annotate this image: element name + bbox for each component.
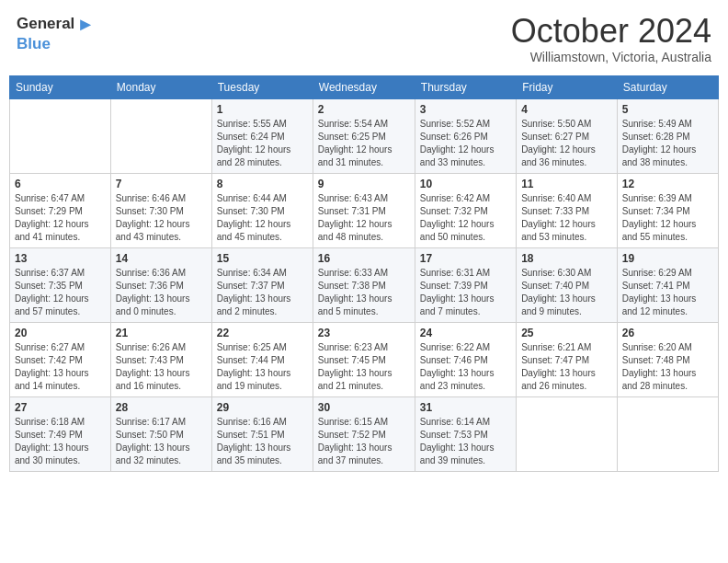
calendar-cell bbox=[110, 98, 211, 173]
calendar-cell: 28Sunrise: 6:17 AMSunset: 7:50 PMDayligh… bbox=[110, 396, 211, 471]
day-info: Sunrise: 6:17 AMSunset: 7:50 PMDaylight:… bbox=[116, 416, 207, 467]
day-info: Sunrise: 6:27 AMSunset: 7:42 PMDaylight:… bbox=[15, 341, 106, 393]
calendar-cell: 16Sunrise: 6:33 AMSunset: 7:38 PMDayligh… bbox=[313, 247, 415, 322]
week-row-1: 1Sunrise: 5:55 AMSunset: 6:24 PMDaylight… bbox=[10, 98, 719, 173]
calendar-cell: 17Sunrise: 6:31 AMSunset: 7:39 PMDayligh… bbox=[415, 247, 516, 322]
day-number: 11 bbox=[521, 178, 612, 190]
day-info: Sunrise: 6:33 AMSunset: 7:38 PMDaylight:… bbox=[318, 267, 410, 318]
calendar-cell: 2Sunrise: 5:54 AMSunset: 6:25 PMDaylight… bbox=[313, 98, 415, 173]
day-info: Sunrise: 5:50 AMSunset: 6:27 PMDaylight:… bbox=[521, 118, 612, 169]
calendar-cell: 21Sunrise: 6:26 AMSunset: 7:43 PMDayligh… bbox=[110, 322, 211, 396]
logo-bird-icon: ► bbox=[76, 13, 95, 35]
day-number: 28 bbox=[116, 401, 207, 414]
day-info: Sunrise: 5:52 AMSunset: 6:26 PMDaylight:… bbox=[420, 118, 511, 169]
logo: General ► Blue bbox=[17, 13, 95, 53]
week-row-5: 27Sunrise: 6:18 AMSunset: 7:49 PMDayligh… bbox=[10, 396, 719, 471]
day-number: 31 bbox=[420, 401, 511, 414]
day-number: 1 bbox=[217, 103, 308, 116]
day-number: 13 bbox=[15, 252, 106, 265]
day-info: Sunrise: 6:16 AMSunset: 7:51 PMDaylight:… bbox=[217, 416, 308, 467]
day-info: Sunrise: 6:42 AMSunset: 7:32 PMDaylight:… bbox=[420, 192, 511, 244]
logo-general-text: General bbox=[17, 15, 74, 33]
day-number: 26 bbox=[622, 327, 713, 339]
calendar-cell: 10Sunrise: 6:42 AMSunset: 7:32 PMDayligh… bbox=[415, 173, 516, 247]
header-day-friday: Friday bbox=[517, 75, 618, 98]
calendar-cell bbox=[517, 396, 618, 471]
calendar-cell: 24Sunrise: 6:22 AMSunset: 7:46 PMDayligh… bbox=[415, 322, 516, 396]
calendar-cell: 27Sunrise: 6:18 AMSunset: 7:49 PMDayligh… bbox=[10, 396, 111, 471]
calendar-cell: 18Sunrise: 6:30 AMSunset: 7:40 PMDayligh… bbox=[517, 247, 618, 322]
day-number: 20 bbox=[15, 327, 106, 339]
day-number: 18 bbox=[521, 252, 612, 265]
day-number: 23 bbox=[318, 327, 410, 339]
day-info: Sunrise: 6:39 AMSunset: 7:34 PMDaylight:… bbox=[622, 192, 713, 244]
logo-blue-text: Blue bbox=[17, 35, 51, 53]
calendar-cell: 13Sunrise: 6:37 AMSunset: 7:35 PMDayligh… bbox=[10, 247, 111, 322]
day-number: 8 bbox=[217, 178, 308, 190]
day-info: Sunrise: 6:34 AMSunset: 7:37 PMDaylight:… bbox=[217, 267, 308, 318]
day-number: 30 bbox=[318, 401, 410, 414]
day-number: 4 bbox=[521, 103, 612, 116]
calendar-cell: 15Sunrise: 6:34 AMSunset: 7:37 PMDayligh… bbox=[211, 247, 313, 322]
calendar-cell: 22Sunrise: 6:25 AMSunset: 7:44 PMDayligh… bbox=[211, 322, 313, 396]
day-info: Sunrise: 6:47 AMSunset: 7:29 PMDaylight:… bbox=[15, 192, 106, 244]
header-day-sunday: Sunday bbox=[10, 75, 111, 98]
header-day-saturday: Saturday bbox=[617, 75, 718, 98]
day-info: Sunrise: 6:25 AMSunset: 7:44 PMDaylight:… bbox=[217, 341, 308, 393]
day-info: Sunrise: 5:54 AMSunset: 6:25 PMDaylight:… bbox=[318, 118, 410, 169]
calendar-cell: 8Sunrise: 6:44 AMSunset: 7:30 PMDaylight… bbox=[211, 173, 313, 247]
day-number: 2 bbox=[318, 103, 410, 116]
title-area: October 2024 Williamstown, Victoria, Aus… bbox=[511, 13, 711, 64]
day-info: Sunrise: 6:14 AMSunset: 7:53 PMDaylight:… bbox=[420, 416, 511, 467]
day-info: Sunrise: 6:18 AMSunset: 7:49 PMDaylight:… bbox=[15, 416, 106, 467]
calendar-cell: 31Sunrise: 6:14 AMSunset: 7:53 PMDayligh… bbox=[415, 396, 516, 471]
calendar-cell: 14Sunrise: 6:36 AMSunset: 7:36 PMDayligh… bbox=[110, 247, 211, 322]
day-number: 3 bbox=[420, 103, 511, 116]
day-number: 14 bbox=[116, 252, 207, 265]
calendar-cell: 1Sunrise: 5:55 AMSunset: 6:24 PMDaylight… bbox=[211, 98, 313, 173]
header-day-tuesday: Tuesday bbox=[211, 75, 313, 98]
calendar-cell: 3Sunrise: 5:52 AMSunset: 6:26 PMDaylight… bbox=[415, 98, 516, 173]
day-number: 25 bbox=[521, 327, 612, 339]
calendar-cell: 9Sunrise: 6:43 AMSunset: 7:31 PMDaylight… bbox=[313, 173, 415, 247]
calendar-table: SundayMondayTuesdayWednesdayThursdayFrid… bbox=[9, 75, 719, 472]
calendar-cell: 26Sunrise: 6:20 AMSunset: 7:48 PMDayligh… bbox=[617, 322, 718, 396]
day-number: 12 bbox=[622, 178, 713, 190]
day-number: 6 bbox=[15, 178, 106, 190]
day-info: Sunrise: 6:31 AMSunset: 7:39 PMDaylight:… bbox=[420, 267, 511, 318]
day-number: 27 bbox=[15, 401, 106, 414]
day-number: 29 bbox=[217, 401, 308, 414]
calendar-cell: 23Sunrise: 6:23 AMSunset: 7:45 PMDayligh… bbox=[313, 322, 415, 396]
day-info: Sunrise: 6:23 AMSunset: 7:45 PMDaylight:… bbox=[318, 341, 410, 393]
day-info: Sunrise: 6:29 AMSunset: 7:41 PMDaylight:… bbox=[622, 267, 713, 318]
header-day-wednesday: Wednesday bbox=[313, 75, 415, 98]
day-number: 9 bbox=[318, 178, 410, 190]
day-info: Sunrise: 6:30 AMSunset: 7:40 PMDaylight:… bbox=[521, 267, 612, 318]
day-info: Sunrise: 6:26 AMSunset: 7:43 PMDaylight:… bbox=[116, 341, 207, 393]
day-number: 15 bbox=[217, 252, 308, 265]
calendar-cell: 7Sunrise: 6:46 AMSunset: 7:30 PMDaylight… bbox=[110, 173, 211, 247]
month-title: October 2024 bbox=[511, 13, 711, 50]
day-number: 21 bbox=[116, 327, 207, 339]
day-number: 10 bbox=[420, 178, 511, 190]
header-row: SundayMondayTuesdayWednesdayThursdayFrid… bbox=[10, 75, 719, 98]
calendar-cell: 19Sunrise: 6:29 AMSunset: 7:41 PMDayligh… bbox=[617, 247, 718, 322]
day-info: Sunrise: 6:20 AMSunset: 7:48 PMDaylight:… bbox=[622, 341, 713, 393]
day-info: Sunrise: 5:55 AMSunset: 6:24 PMDaylight:… bbox=[217, 118, 308, 169]
calendar-cell: 30Sunrise: 6:15 AMSunset: 7:52 PMDayligh… bbox=[313, 396, 415, 471]
day-info: Sunrise: 6:40 AMSunset: 7:33 PMDaylight:… bbox=[521, 192, 612, 244]
calendar-cell: 20Sunrise: 6:27 AMSunset: 7:42 PMDayligh… bbox=[10, 322, 111, 396]
day-info: Sunrise: 5:49 AMSunset: 6:28 PMDaylight:… bbox=[622, 118, 713, 169]
day-number: 5 bbox=[622, 103, 713, 116]
header-day-thursday: Thursday bbox=[415, 75, 516, 98]
calendar-header: SundayMondayTuesdayWednesdayThursdayFrid… bbox=[10, 75, 719, 98]
day-info: Sunrise: 6:15 AMSunset: 7:52 PMDaylight:… bbox=[318, 416, 410, 467]
calendar-cell: 12Sunrise: 6:39 AMSunset: 7:34 PMDayligh… bbox=[617, 173, 718, 247]
calendar-cell: 4Sunrise: 5:50 AMSunset: 6:27 PMDaylight… bbox=[517, 98, 618, 173]
calendar-cell bbox=[617, 396, 718, 471]
calendar-cell: 11Sunrise: 6:40 AMSunset: 7:33 PMDayligh… bbox=[517, 173, 618, 247]
day-number: 19 bbox=[622, 252, 713, 265]
calendar-body: 1Sunrise: 5:55 AMSunset: 6:24 PMDaylight… bbox=[10, 98, 719, 471]
day-info: Sunrise: 6:22 AMSunset: 7:46 PMDaylight:… bbox=[420, 341, 511, 393]
week-row-3: 13Sunrise: 6:37 AMSunset: 7:35 PMDayligh… bbox=[10, 247, 719, 322]
